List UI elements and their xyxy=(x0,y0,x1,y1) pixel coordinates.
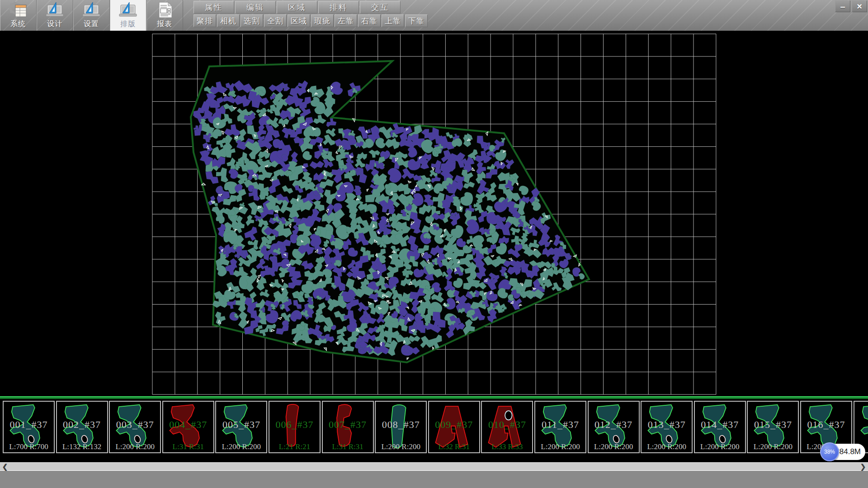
scroll-left-arrow-icon[interactable]: ❮ xyxy=(0,463,10,470)
thumbnail-piece-cell[interactable]: 002_#37L:132 R:132 xyxy=(56,401,108,453)
menu-tab-interaction[interactable]: 交互 xyxy=(360,1,401,14)
piece-count-label: L:33 R:33 xyxy=(482,442,532,451)
tool-button-select-cut[interactable]: 选割 xyxy=(241,14,263,27)
thumbnail-piece-cell[interactable]: 009_#37L:32 R:31 xyxy=(428,401,480,453)
ruler-monitor-icon xyxy=(45,1,65,19)
piece-count-label: L:31 R:31 xyxy=(323,442,373,451)
piece-count-label: L:200 R:200 xyxy=(376,442,426,451)
thumbnail-piece-cell[interactable]: 006_#37L:21 R:21 xyxy=(269,401,321,453)
tool-button-cluster-nest[interactable]: 聚排 xyxy=(193,14,216,27)
tool-button-camera[interactable]: 相机 xyxy=(217,14,240,27)
thumbnail-piece-cell[interactable]: 010_#37L:33 R:33 xyxy=(481,401,533,453)
tool-button-snap-down[interactable]: 下靠 xyxy=(405,14,428,27)
horizontal-scrollbar[interactable]: ❮ ❯ xyxy=(0,462,868,471)
piece-name-label: 016_#37 xyxy=(801,419,851,431)
piece-name-label: 014_#37 xyxy=(695,419,745,431)
tool-button-snap-up[interactable]: 上靠 xyxy=(382,14,404,27)
nav-button-system[interactable]: 系统 xyxy=(0,0,37,31)
piece-name-label: 002_#37 xyxy=(57,419,107,431)
piece-name-label: 003_#37 xyxy=(110,419,160,431)
menu-tab-attributes[interactable]: 属性 xyxy=(193,1,234,14)
piece-name-label: 007_#37 xyxy=(323,419,373,431)
tool-button-cut-all[interactable]: 全割 xyxy=(264,14,287,27)
piece-count-label: L:200 R:200 xyxy=(642,442,692,451)
piece-count-label: L:21 R:21 xyxy=(269,442,320,451)
nav-label: 系统 xyxy=(10,19,26,29)
piece-count-label: L:31 R:31 xyxy=(163,442,213,451)
piece-count-label: L:700 R:700 xyxy=(4,442,54,451)
piece-name-label: 006_#37 xyxy=(269,419,320,431)
nav-button-settings[interactable]: 设置 xyxy=(73,0,110,31)
piece-count-label: L:200 R:200 xyxy=(535,442,585,451)
piece-name-label: 015_#37 xyxy=(748,419,798,431)
nav-button-design[interactable]: 设计 xyxy=(37,0,73,31)
nav-button-layout-selected[interactable]: 排版 xyxy=(110,0,146,31)
scroll-right-arrow-icon[interactable]: ❯ xyxy=(858,463,868,470)
menu-tab-nesting[interactable]: 排料 xyxy=(318,1,359,14)
piece-count-label: L:32 R:31 xyxy=(429,442,479,451)
thumbnail-piece-cell[interactable]: 011_#37L:200 R:200 xyxy=(534,401,586,453)
thumbnail-piece-cell[interactable]: 004_#37L:31 R:31 xyxy=(162,401,214,453)
nesting-canvas-drawing xyxy=(0,31,868,396)
nesting-canvas[interactable] xyxy=(0,31,868,396)
piece-name-label: 013_#37 xyxy=(642,419,692,431)
thumbnail-piece-cell[interactable]: 013_#37L:200 R:200 xyxy=(641,401,693,453)
tool-button-snap-left[interactable]: 左靠 xyxy=(335,14,357,27)
piece-name-label: 001_#37 xyxy=(4,419,54,431)
piece-name-label: 008_#37 xyxy=(376,419,426,431)
piece-count-label: L:200 R:200 xyxy=(110,442,160,451)
thumbnail-piece-cell[interactable]: 015_#37L:200 R:200 xyxy=(747,401,799,453)
piece-name-label: 012_#37 xyxy=(589,419,639,431)
piece-name-label: 009_#37 xyxy=(429,419,479,431)
piece-count-label: L:132 R:132 xyxy=(57,442,107,451)
tool-button-defect[interactable]: 瑕疵 xyxy=(311,14,334,27)
thumbnail-piece-cell[interactable]: 014_#37L:200 R:200 xyxy=(694,401,746,453)
piece-count-label: L:200 R:200 xyxy=(589,442,639,451)
piece-name-label: 010_#37 xyxy=(482,419,532,431)
report-document-icon xyxy=(155,1,175,19)
menu-tab-row: 属性 编辑 区域 排料 交互 xyxy=(193,1,401,14)
minimize-button[interactable]: – xyxy=(835,0,850,12)
ruler-monitor-icon xyxy=(118,1,138,19)
tool-button-snap-right[interactable]: 右靠 xyxy=(358,14,381,27)
piece-count-label: L:200 R:200 xyxy=(748,442,798,451)
nav-label: 报表 xyxy=(157,19,172,29)
thumbnail-piece-cell[interactable]: 001_#37L:700 R:700 xyxy=(3,401,55,453)
thumbnail-piece-cell[interactable]: 008_#37L:200 R:200 xyxy=(375,401,427,453)
nav-icon-row: 系统 设计 设置 xyxy=(0,0,183,31)
menu-tab-region[interactable]: 区域 xyxy=(277,1,317,14)
piece-name-label: 0 xyxy=(854,419,868,431)
nav-label: 设计 xyxy=(47,19,62,29)
close-button[interactable]: × xyxy=(852,0,867,12)
menu-tab-edit[interactable]: 编辑 xyxy=(235,1,276,14)
piece-name-label: 011_#37 xyxy=(535,419,585,431)
tool-button-row: 聚排 相机 选割 全割 区域 瑕疵 左靠 右靠 上靠 下靠 xyxy=(193,14,429,27)
piece-count-label: L:200 R:200 xyxy=(216,442,266,451)
ruler-monitor-icon xyxy=(81,1,101,19)
piece-thumbnail-strip: 001_#37L:700 R:700002_#37L:132 R:132003_… xyxy=(0,399,868,462)
thumbnail-piece-cell[interactable]: 005_#37L:200 R:200 xyxy=(215,401,267,453)
piece-count-label: L:200 R:200 xyxy=(695,442,745,451)
gear-table-icon xyxy=(8,1,28,19)
progress-badge: 384.8M 38% xyxy=(820,442,865,462)
window-controls: – × xyxy=(834,0,867,12)
thumbnail-piece-cell[interactable]: 007_#37L:31 R:31 xyxy=(322,401,374,453)
tool-button-region[interactable]: 区域 xyxy=(288,14,310,27)
piece-name-label: 005_#37 xyxy=(216,419,266,431)
thumbnail-piece-cell[interactable]: 012_#37L:200 R:200 xyxy=(588,401,640,453)
thumbnail-piece-cell[interactable]: 003_#37L:200 R:200 xyxy=(109,401,161,453)
nav-button-report[interactable]: 报表 xyxy=(146,0,183,31)
nav-label: 排版 xyxy=(120,19,136,29)
piece-name-label: 004_#37 xyxy=(163,419,213,431)
toolbar: 系统 设计 设置 xyxy=(0,0,868,31)
nav-label: 设置 xyxy=(84,19,99,29)
status-bar xyxy=(0,471,868,488)
progress-percent-badge: 38% xyxy=(820,442,839,461)
